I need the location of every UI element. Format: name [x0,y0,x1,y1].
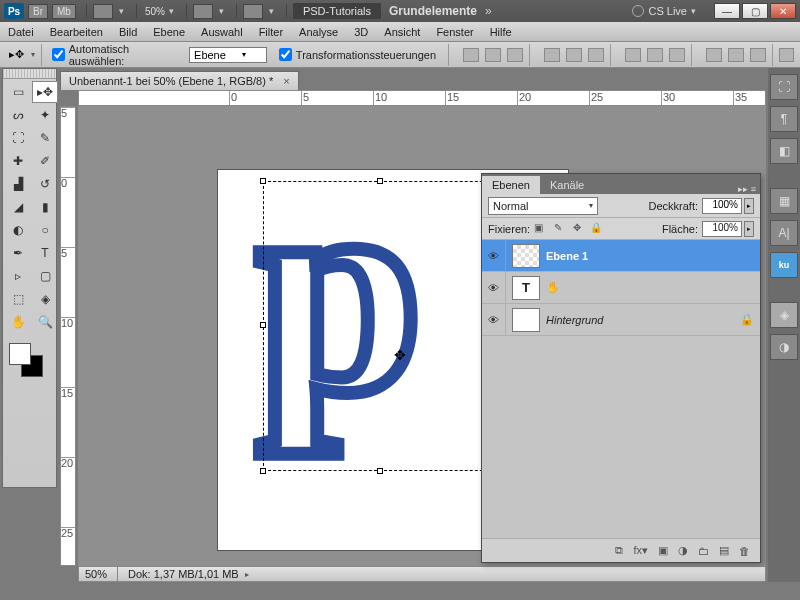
eyedropper-tool[interactable]: ✎ [32,127,58,149]
clone-stamp-tool[interactable]: ▟ [5,173,31,195]
workspace-name[interactable]: Grundelemente [389,4,477,18]
menu-ebene[interactable]: Ebene [153,26,185,38]
status-zoom[interactable]: 50% [85,568,107,580]
menu-datei[interactable]: Datei [8,26,34,38]
distribute-left-icon[interactable] [706,48,722,62]
auto-select-target[interactable]: Ebene▾ [189,47,267,63]
lock-transparency-icon[interactable]: ▣ [531,222,546,237]
healing-brush-tool[interactable]: ✚ [5,150,31,172]
menu-filter[interactable]: Filter [259,26,283,38]
link-layers-icon[interactable]: ⧉ [615,544,623,557]
lock-pixels-icon[interactable]: ✎ [550,222,565,237]
handle-bl[interactable] [260,468,266,474]
cs-live-icon[interactable] [632,5,644,17]
foreground-color[interactable] [9,343,31,365]
adjustment-layer-icon[interactable]: ◑ [678,544,688,557]
align-vcenter-icon[interactable] [485,48,501,62]
group-icon[interactable]: 🗀 [698,545,709,557]
visibility-toggle[interactable]: 👁 [482,272,506,304]
chevrons-icon[interactable]: » [485,4,492,18]
visibility-toggle[interactable]: 👁 [482,304,506,336]
ruler-horizontal[interactable]: 0 5 10 15 20 25 30 35 [78,90,766,106]
distribute-bottom-icon[interactable] [669,48,685,62]
layer-row[interactable]: 👁 Hintergrund 🔒 [482,304,760,336]
menu-bild[interactable]: Bild [119,26,137,38]
zoom-tool[interactable]: 🔍 [32,311,58,333]
delete-layer-icon[interactable]: 🗑 [739,545,750,557]
chevron-down-icon[interactable]: ▾ [119,6,124,16]
tab-kanaele[interactable]: Kanäle [540,176,594,194]
chevron-right-icon[interactable]: ▸ [245,570,249,579]
workspace-preset[interactable]: PSD-Tutorials [293,3,381,19]
minimize-button[interactable]: — [714,3,740,19]
zoom-level[interactable]: 50% [145,6,165,17]
chevron-down-icon[interactable]: ▾ [691,6,696,16]
tab-ebenen[interactable]: Ebenen [482,176,540,194]
distribute-vcenter-icon[interactable] [647,48,663,62]
layer-list[interactable]: 👁 Ebene 1 👁 T ✋ 👁 Hintergrund 🔒 [482,240,760,538]
dock-paragraph-icon[interactable]: ¶ [770,106,798,132]
fill-field[interactable]: 100% [702,221,742,237]
type-tool[interactable]: T [32,242,58,264]
hand-tool[interactable]: ✋ [5,311,31,333]
history-brush-tool[interactable]: ↺ [32,173,58,195]
layer-name[interactable]: Hintergrund [546,314,740,326]
layer-row[interactable]: 👁 Ebene 1 [482,240,760,272]
layer-name[interactable]: Ebene 1 [546,250,760,262]
status-doc-size[interactable]: Dok: 1,37 MB/1,01 MB [128,568,239,580]
layer-thumbnail[interactable] [512,244,540,268]
dock-swatches-icon[interactable]: ▦ [770,188,798,214]
dodge-tool[interactable]: ○ [32,219,58,241]
menu-fenster[interactable]: Fenster [436,26,473,38]
pen-tool[interactable]: ✒ [5,242,31,264]
brush-tool[interactable]: ✐ [32,150,58,172]
opacity-field[interactable]: 100% [702,198,742,214]
menu-bearbeiten[interactable]: Bearbeiten [50,26,103,38]
handle-tl[interactable] [260,178,266,184]
distribute-top-icon[interactable] [625,48,641,62]
dock-layers-icon[interactable]: ◈ [770,302,798,328]
move-tool[interactable]: ▸✥ [32,81,58,103]
maximize-button[interactable]: ▢ [742,3,768,19]
dock-adjustments-icon[interactable]: ◑ [770,334,798,360]
3d-tool[interactable]: ⬚ [5,288,31,310]
align-right-icon[interactable] [588,48,604,62]
chevron-down-icon[interactable]: ▾ [269,6,274,16]
layer-style-icon[interactable]: fx▾ [633,544,648,557]
menu-auswahl[interactable]: Auswahl [201,26,243,38]
align-left-icon[interactable] [544,48,560,62]
handle-bc[interactable] [377,468,383,474]
transform-controls-checkbox[interactable] [279,48,292,61]
lock-position-icon[interactable]: ✥ [569,222,584,237]
chevron-down-icon[interactable]: ▾ [219,6,224,16]
crop-tool[interactable]: ⛶ [5,127,31,149]
ruler-vertical[interactable]: 5 0 5 10 15 20 25 [60,106,76,566]
move-tool-icon[interactable]: ▸✥ [6,46,27,64]
3d-camera-tool[interactable]: ◈ [32,288,58,310]
close-tab-icon[interactable]: × [283,75,289,87]
chevron-down-icon[interactable]: ▾ [169,6,174,16]
cs-live-label[interactable]: CS Live [648,5,687,17]
toolbox-drag-handle[interactable] [3,69,56,79]
new-layer-icon[interactable]: ▤ [719,544,729,557]
lock-all-icon[interactable]: 🔒 [588,222,603,237]
lasso-tool[interactable]: ᔕ [5,104,31,126]
dock-transform-icon[interactable]: ⛶ [770,74,798,100]
dock-kuler-icon[interactable]: ku [770,252,798,278]
panel-menu-icon[interactable]: ▸▸ ≡ [734,184,760,194]
photoshop-icon[interactable]: Ps [4,3,24,19]
magic-wand-tool[interactable]: ✦ [32,104,58,126]
distribute-right-icon[interactable] [750,48,766,62]
auto-select-checkbox[interactable] [52,48,65,61]
shape-tool[interactable]: ▢ [32,265,58,287]
path-selection-tool[interactable]: ▹ [5,265,31,287]
menu-ansicht[interactable]: Ansicht [384,26,420,38]
align-hcenter-icon[interactable] [566,48,582,62]
handle-tc[interactable] [377,178,383,184]
color-swatches[interactable] [7,341,52,385]
close-button[interactable]: ✕ [770,3,796,19]
blur-tool[interactable]: ◐ [5,219,31,241]
align-bottom-icon[interactable] [507,48,523,62]
menu-hilfe[interactable]: Hilfe [490,26,512,38]
dock-brush-icon[interactable]: ◧ [770,138,798,164]
